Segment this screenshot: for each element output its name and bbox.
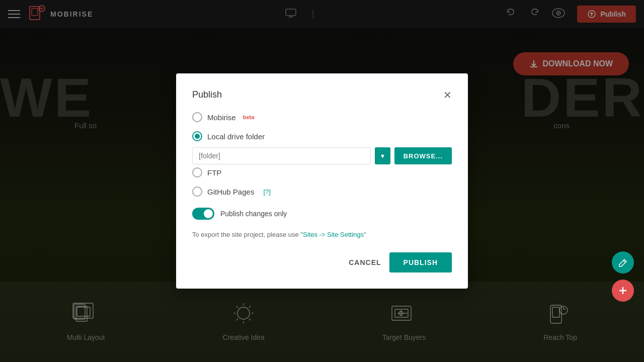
option-mobirise-label: Mobirise [207,113,236,122]
export-note-prefix: To export the site project, please use [192,231,300,238]
option-github-label: GitHub Pages [207,188,254,196]
option-ftp[interactable]: FTP [192,167,452,177]
github-help-link[interactable]: [?] [263,188,270,196]
beta-badge: beta [243,114,255,120]
publish-changes-toggle[interactable] [192,208,214,220]
edit-fab-button[interactable] [612,251,634,274]
add-fab-button[interactable] [612,280,634,302]
option-github[interactable]: GitHub Pages [?] [192,187,452,197]
export-note: To export the site project, please use "… [192,231,452,238]
browse-button[interactable]: BROWSE... [394,147,452,164]
publish-button[interactable]: PUBLISH [389,252,452,273]
radio-github [192,187,202,197]
folder-dropdown-button[interactable]: ▾ [375,147,390,164]
radio-mobirise [192,112,202,122]
toggle-knob [204,209,213,218]
option-mobirise[interactable]: Mobirise beta [192,112,452,122]
folder-input[interactable] [192,147,371,164]
modal-header: Publish ✕ [192,89,452,100]
modal-footer: CANCEL PUBLISH [192,252,452,273]
option-local[interactable]: Local drive folder [192,131,452,141]
option-local-label: Local drive folder [207,132,265,141]
radio-ftp [192,167,202,177]
toggle-row: Publish changes only [192,208,452,220]
option-local-container: Local drive folder ▾ BROWSE... [192,131,452,164]
modal-title: Publish [192,89,222,100]
radio-local [192,131,202,141]
folder-row: ▾ BROWSE... [192,147,452,164]
site-settings-link[interactable]: "Sites -> Site Settings" [300,231,366,238]
publish-modal: Publish ✕ Mobirise beta Local drive fold… [176,73,468,289]
option-ftp-label: FTP [207,168,221,177]
cancel-button[interactable]: CANCEL [349,258,381,266]
toggle-label: Publish changes only [220,210,287,218]
svg-line-35 [623,260,625,262]
modal-close-button[interactable]: ✕ [443,90,452,100]
